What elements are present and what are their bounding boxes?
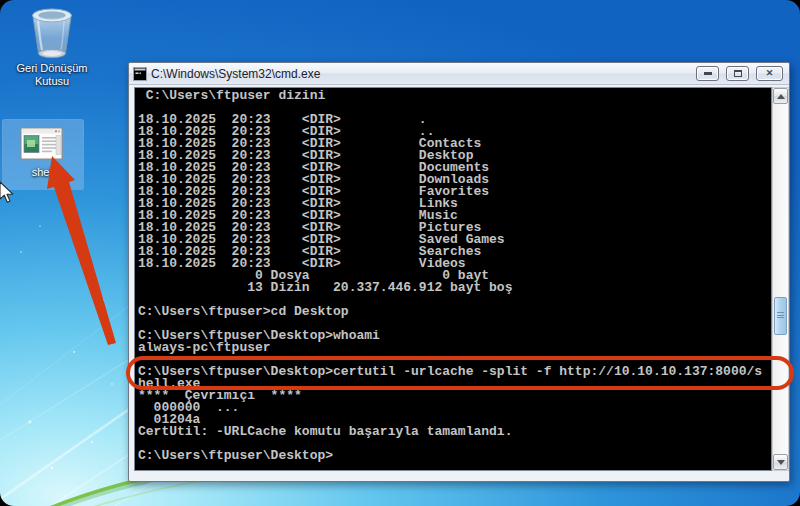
console-line: CertUtil: -URLCache komutu başarıyla tam…: [138, 426, 771, 438]
desktop-icon-shell[interactable]: shell: [2, 119, 84, 190]
window-controls: ✕: [696, 66, 789, 81]
console-output[interactable]: C:\Users\ftpuser dizini18.10.2025 20:23 …: [134, 87, 772, 471]
title-bar[interactable]: C:\Windows\System32\cmd.exe ✕: [129, 63, 789, 85]
cmd-icon: [133, 67, 147, 81]
minimize-icon: [704, 72, 712, 75]
minimize-button[interactable]: [696, 66, 719, 81]
cmd-window: C:\Windows\System32\cmd.exe ✕ C:\Users\f…: [128, 62, 790, 482]
scrollbar-thumb[interactable]: [774, 297, 787, 335]
shell-icon-label: shell: [32, 166, 55, 179]
close-icon: ✕: [766, 69, 774, 78]
scrollbar[interactable]: [772, 87, 789, 471]
scroll-up-button[interactable]: [773, 88, 788, 104]
console-line: 000000 ...: [138, 402, 771, 414]
console-line: always-pc\ftpuser: [138, 342, 771, 354]
desktop-icon-recycle-bin[interactable]: Geri Dönüşüm Kutusu: [6, 6, 98, 88]
maximize-icon: [734, 70, 742, 77]
window-title: C:\Windows\System32\cmd.exe: [151, 67, 320, 81]
console-line: C:\Users\ftpuser>cd Desktop: [138, 306, 771, 318]
shell-app-icon: [20, 127, 66, 163]
console-line: C:\Users\ftpuser dizini: [138, 90, 771, 102]
recycle-bin-label: Geri Dönüşüm Kutusu: [6, 62, 98, 88]
console-line: C:\Users\ftpuser\Desktop>: [138, 450, 771, 462]
console-line: C:\Users\ftpuser\Desktop>certutil -urlca…: [138, 366, 771, 378]
recycle-bin-icon: [25, 6, 79, 62]
desktop: Geri Dönüşüm Kutusu shell: [0, 0, 800, 506]
close-button[interactable]: ✕: [756, 66, 783, 81]
chevron-down-icon: [777, 460, 785, 465]
scroll-down-button[interactable]: [773, 454, 788, 470]
console-line: 13 Dizin 20.337.446.912 bayt boş: [138, 282, 771, 294]
maximize-button[interactable]: [726, 66, 749, 81]
chevron-up-icon: [777, 94, 785, 99]
